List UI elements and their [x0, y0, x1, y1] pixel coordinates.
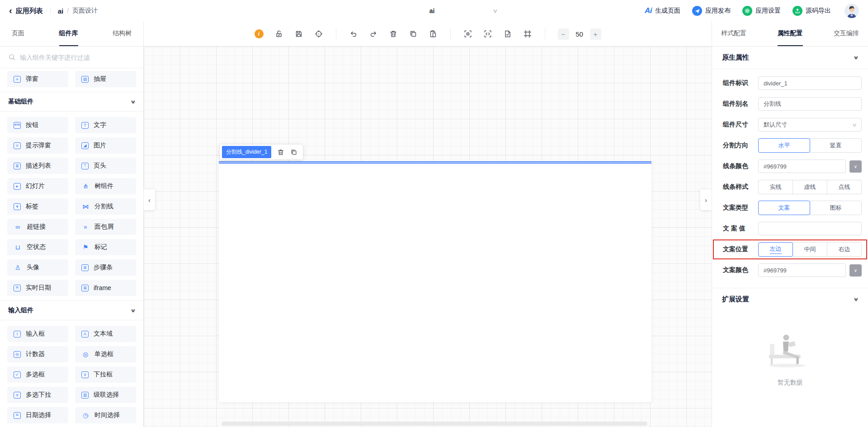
- search-input[interactable]: [20, 54, 135, 61]
- field-label: 组件别名: [723, 100, 752, 108]
- component-item-iframe[interactable]: ⊞iframe: [75, 280, 136, 296]
- component-item-breadcrumb[interactable]: »面包屑: [75, 219, 136, 235]
- component-item-divider[interactable]: ⋈分割线: [75, 198, 136, 215]
- right-tab-2[interactable]: 交互编排: [834, 22, 859, 46]
- action-source-export[interactable]: 源码导出: [793, 6, 831, 16]
- component-item-select[interactable]: ∨下拉框: [75, 366, 136, 383]
- text-value-input[interactable]: [758, 222, 862, 235]
- collapse-left-panel-button[interactable]: ‹: [144, 189, 155, 210]
- component-group-header[interactable]: 基础组件∨: [0, 92, 143, 112]
- component-item-multi-select[interactable]: ∨多选下拉: [7, 387, 68, 403]
- line-color-input[interactable]: #969799: [758, 160, 846, 173]
- target-icon[interactable]: [314, 29, 323, 38]
- field-line-color: 线条颜色#969799∨: [723, 156, 862, 177]
- preview-icon[interactable]: [463, 29, 472, 38]
- component-item-image[interactable]: ◢图片: [75, 137, 136, 154]
- back-button[interactable]: ‹ 应用列表: [9, 7, 43, 15]
- left-panel: 页面组件库结构树 ≡弹窗▤抽屉基础组件∨BTN按钮T文字≡提示弹窗◢图片≣描述列…: [0, 22, 144, 427]
- field-text-color: 文案颜色#969799∨: [723, 260, 862, 281]
- zoom-in-button[interactable]: +: [590, 28, 601, 40]
- design-page[interactable]: [219, 161, 651, 402]
- component-item-hyperlink[interactable]: ∞超链接: [7, 219, 68, 235]
- component-item-carousel[interactable]: ▸幻灯片: [7, 178, 68, 194]
- divider-direction-option-1[interactable]: 竖直: [810, 138, 862, 153]
- page-selector-dropdown[interactable]: ai ∨: [371, 0, 497, 22]
- right-tab-1[interactable]: 属性配置: [778, 22, 803, 46]
- right-tab-0[interactable]: 样式配置: [721, 22, 746, 46]
- paste-icon[interactable]: [429, 29, 438, 38]
- component-item-time-picker[interactable]: ◷时间选择: [75, 407, 136, 423]
- component-id-input[interactable]: divider_1: [758, 76, 862, 90]
- copy-component-icon[interactable]: [290, 148, 297, 156]
- divider-direction-option-0[interactable]: 水平: [758, 138, 810, 153]
- component-item-date-picker[interactable]: 31日期选择: [7, 407, 68, 423]
- action-ai-generate[interactable]: Ai生成页面: [645, 6, 680, 15]
- component-item-button[interactable]: BTN按钮: [7, 117, 68, 133]
- component-item-live-date[interactable]: 31实时日期: [7, 280, 68, 296]
- steps-icon: ≣: [81, 264, 89, 271]
- component-item-page-header[interactable]: ⊤页头: [75, 158, 136, 174]
- copy-icon[interactable]: [409, 29, 418, 38]
- component-alias-input[interactable]: 分割线: [758, 97, 862, 111]
- divider: [50, 7, 51, 14]
- component-item-counter[interactable]: ◎计数器: [7, 346, 68, 362]
- action-app-publish[interactable]: 应用发布: [692, 6, 731, 16]
- zoom-out-button[interactable]: −: [558, 28, 569, 40]
- component-item-empty-state[interactable]: ⊔空状态: [7, 239, 68, 255]
- component-size-select[interactable]: 默认尺寸∨: [758, 118, 862, 131]
- component-item-marker[interactable]: ⚑标记: [75, 239, 136, 255]
- text-color-swatch-button[interactable]: ∨: [849, 264, 862, 277]
- component-item-label: 分割线: [94, 202, 113, 211]
- selected-divider-component[interactable]: [219, 161, 651, 164]
- undo-icon[interactable]: [349, 29, 358, 38]
- extension-section-header[interactable]: 扩展设置 ∨: [712, 288, 868, 310]
- component-item-avatar[interactable]: ♙头像: [7, 259, 68, 276]
- horizontal-scrollbar[interactable]: [222, 422, 647, 426]
- delete-icon[interactable]: [389, 29, 398, 38]
- component-item-steps[interactable]: ≣步骤条: [75, 259, 136, 276]
- component-item-input[interactable]: I输入框: [7, 326, 68, 342]
- component-item-drawer[interactable]: ▤抽屉: [75, 71, 136, 87]
- component-item-text[interactable]: T文字: [75, 117, 136, 133]
- text-type-option-1[interactable]: 图标: [810, 201, 862, 215]
- line-color-swatch-button[interactable]: ∨: [849, 160, 862, 173]
- line-style-option-2[interactable]: 点线: [827, 180, 862, 194]
- left-tab-2[interactable]: 结构树: [113, 22, 132, 46]
- save-icon[interactable]: [294, 29, 303, 38]
- code-icon[interactable]: [483, 29, 492, 38]
- component-group-header[interactable]: 输入组件∨: [0, 300, 143, 320]
- collapse-right-panel-button[interactable]: ›: [700, 189, 712, 210]
- info-icon[interactable]: i: [255, 29, 264, 38]
- line-style-option-0[interactable]: 实线: [758, 180, 793, 194]
- text-color-input[interactable]: #969799: [758, 263, 846, 277]
- field-control: 水平竖直: [758, 138, 862, 153]
- action-app-settings[interactable]: 应用设置: [742, 6, 781, 16]
- text-position-option-1[interactable]: 中间: [793, 242, 827, 257]
- native-props-section-header[interactable]: 原生属性 ∨: [712, 47, 868, 69]
- redo-icon[interactable]: [369, 29, 378, 38]
- user-avatar[interactable]: [844, 4, 859, 18]
- component-item-popup[interactable]: ≡弹窗: [7, 71, 68, 87]
- line-style-option-1[interactable]: 虚线: [793, 180, 827, 194]
- left-tab-0[interactable]: 页面: [12, 22, 24, 46]
- component-item-cascader[interactable]: ▥级联选择: [75, 387, 136, 403]
- unlock-icon[interactable]: [274, 29, 283, 38]
- component-item-checkbox[interactable]: ✓多选框: [7, 366, 68, 383]
- component-item-textarea[interactable]: A文本域: [75, 326, 136, 342]
- component-item-desc-list[interactable]: ≣描述列表: [7, 158, 68, 174]
- frame-icon[interactable]: [523, 29, 532, 38]
- text-position-option-2[interactable]: 右边: [827, 242, 862, 257]
- component-item-radio[interactable]: ◎单选框: [75, 346, 136, 362]
- text-position-option-0[interactable]: 左边: [758, 242, 793, 257]
- component-item-tree[interactable]: ⋔树组件: [75, 178, 136, 194]
- breadcrumb-app[interactable]: ai: [58, 7, 64, 15]
- left-tab-1[interactable]: 组件库: [59, 22, 78, 46]
- canvas-area[interactable]: 分割线_divider_1 ‹ ›: [144, 47, 712, 427]
- component-item-tag[interactable]: ▾标签: [7, 198, 68, 215]
- line-color-color-control: #969799∨: [758, 160, 862, 173]
- doc-check-icon[interactable]: [503, 29, 512, 38]
- component-item-alert-popup[interactable]: ≡提示弹窗: [7, 137, 68, 154]
- delete-component-icon[interactable]: [277, 148, 284, 156]
- text-type-option-0[interactable]: 文案: [758, 201, 810, 215]
- action-label: 应用发布: [705, 7, 731, 15]
